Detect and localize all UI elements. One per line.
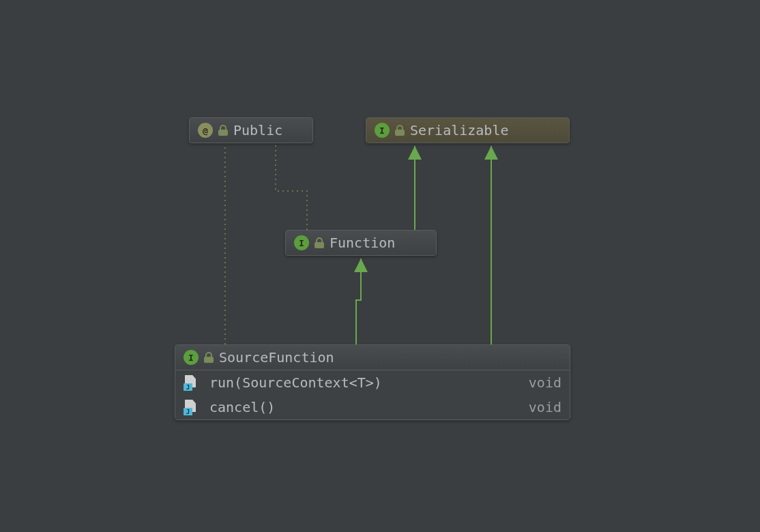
interface-icon: I bbox=[184, 350, 199, 365]
lock-icon bbox=[218, 125, 228, 136]
node-sourcefunction[interactable]: I SourceFunction J run(SourceContext<T>)… bbox=[175, 344, 570, 420]
node-label: SourceFunction bbox=[219, 349, 334, 366]
edge-sourcefunction-function bbox=[356, 258, 361, 344]
node-label: Public bbox=[233, 122, 282, 138]
interface-icon: I bbox=[375, 123, 390, 138]
node-public[interactable]: @ Public bbox=[189, 117, 313, 143]
member-row[interactable]: J cancel() void bbox=[175, 395, 570, 419]
member-type: void bbox=[529, 374, 561, 391]
node-serializable[interactable]: I Serializable bbox=[366, 117, 570, 143]
member-row[interactable]: J run(SourceContext<T>) void bbox=[175, 370, 570, 395]
member-name: run(SourceContext<T>) bbox=[209, 374, 521, 391]
node-function[interactable]: I Function bbox=[285, 230, 437, 256]
node-label: Serializable bbox=[410, 122, 509, 138]
annotation-icon: @ bbox=[198, 123, 213, 138]
member-list: J run(SourceContext<T>) void J cancel() … bbox=[175, 370, 570, 419]
connector-layer bbox=[0, 0, 760, 532]
lock-icon bbox=[395, 125, 405, 136]
java-file-icon: J bbox=[184, 400, 197, 415]
node-label: Function bbox=[330, 235, 395, 251]
interface-icon: I bbox=[294, 235, 309, 250]
edge-function-public bbox=[276, 144, 307, 230]
member-name: cancel() bbox=[209, 399, 521, 415]
member-type: void bbox=[529, 399, 561, 415]
java-file-icon: J bbox=[184, 375, 197, 390]
lock-icon bbox=[315, 237, 324, 248]
lock-icon bbox=[204, 352, 214, 363]
